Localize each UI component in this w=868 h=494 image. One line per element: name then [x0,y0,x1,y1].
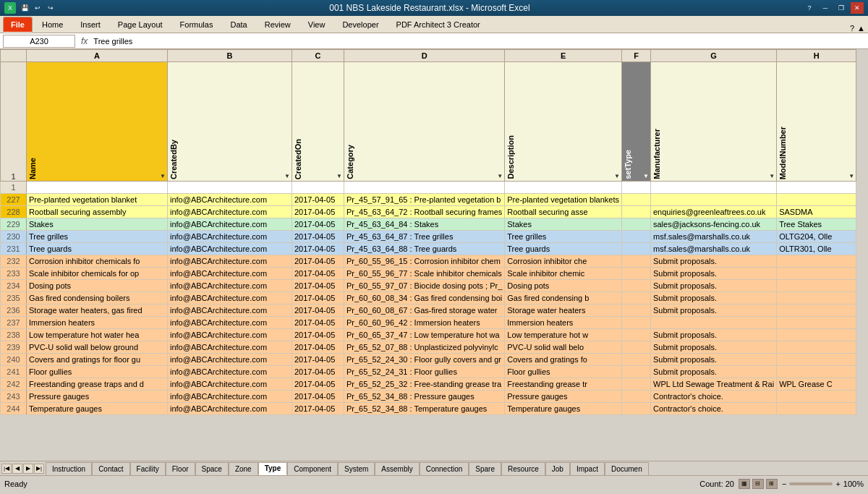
table-row[interactable]: 244Temperature gaugesinfo@ABCArchitectur… [1,403,856,415]
tab-file[interactable]: File [3,17,33,33]
cell-232-a[interactable]: Corrosion inhibitor chemicals fo [27,255,168,268]
cell-237-a[interactable]: Immersion heaters [27,317,168,329]
cell-242-c[interactable]: 2017-04-05 [292,378,344,391]
cell-229-c[interactable]: 2017-04-05 [292,218,344,231]
cell-235-d[interactable]: Pr_60_60_08_34 : Gas fired condensing bo… [344,292,505,305]
cell-239-h[interactable] [777,341,856,354]
cell-231-f[interactable] [622,243,651,255]
sheet-nav-prev[interactable]: ◀ [12,464,22,474]
cell-235-f[interactable] [622,292,651,305]
field-category-col[interactable]: Category ▼ [344,62,505,182]
cell-1-e[interactable] [505,182,622,194]
table-row[interactable]: 227Pre-planted vegetation blanketinfo@AB… [1,194,856,206]
col-header-c[interactable]: C [292,50,344,62]
cell-230-c[interactable]: 2017-04-05 [292,231,344,243]
formula-input[interactable] [90,37,865,46]
cell-227-c[interactable]: 2017-04-05 [292,194,344,206]
cell-242-f[interactable] [622,378,651,391]
table-row[interactable]: 239PVC-U solid wall below groundinfo@ABC… [1,341,856,354]
cell-233-f[interactable] [622,268,651,280]
cell-230-f[interactable] [622,231,651,243]
cell-237-d[interactable]: Pr_60_60_96_42 : Immersion heaters [344,317,505,329]
cell-234-b[interactable]: info@ABCArchitecture.com [168,280,292,292]
cell-236-b[interactable]: info@ABCArchitecture.com [168,305,292,317]
sheet-nav-first[interactable]: |◀ [1,464,12,474]
cell-235-e[interactable]: Gas fired condensing b [505,292,622,305]
cell-1-f[interactable] [622,182,651,194]
close-btn[interactable]: ✕ [851,2,864,14]
table-row[interactable]: 240Covers and gratings for floor guinfo@… [1,354,856,366]
field-modelnumber-col[interactable]: ModelNumber ▼ [777,62,856,182]
tab-developer[interactable]: Developer [334,17,386,33]
cell-241-d[interactable]: Pr_65_52_24_31 : Floor gullies [344,366,505,378]
cell-229-h[interactable]: Tree Stakes [777,218,856,231]
cell-235-c[interactable]: 2017-04-05 [292,292,344,305]
field-createdby-col[interactable]: CreatedBy ▼ [168,62,292,182]
table-row[interactable]: 232Corrosion inhibitor chemicals foinfo@… [1,255,856,268]
page-break-view-icon[interactable]: ⊞ [766,479,778,489]
cell-241-a[interactable]: Floor gullies [27,366,168,378]
tab-pdf[interactable]: PDF Architect 3 Creator [388,17,488,33]
sheet-tab-type[interactable]: Type [258,462,288,475]
sheet-tab-assembly[interactable]: Assembly [375,462,419,475]
cell-230-h[interactable]: OLTG204, Olle [777,231,856,243]
cell-233-g[interactable]: Submit proposals. [651,268,777,280]
cell-233-e[interactable]: Scale inhibitor chemic [505,268,622,280]
cell-244-h[interactable] [777,403,856,415]
sheet-tab-facility[interactable]: Facility [130,462,166,475]
cell-244-f[interactable] [622,403,651,415]
col-header-g[interactable]: G [651,50,777,62]
cell-241-c[interactable]: 2017-04-05 [292,366,344,378]
cell-229-e[interactable]: Stakes [505,218,622,231]
table-row[interactable]: 228Rootball securing assemblyinfo@ABCArc… [1,206,856,218]
table-row[interactable]: 1 [1,182,856,194]
restore-btn[interactable]: ❐ [835,2,848,14]
cell-230-g[interactable]: msf.sales@marshalls.co.uk [651,231,777,243]
cell-241-f[interactable] [622,366,651,378]
cell-1-h[interactable] [777,182,856,194]
cell-238-e[interactable]: Low temperature hot w [505,329,622,341]
cell-232-b[interactable]: info@ABCArchitecture.com [168,255,292,268]
cell-240-e[interactable]: Covers and gratings fo [505,354,622,366]
cell-240-c[interactable]: 2017-04-05 [292,354,344,366]
cell-236-d[interactable]: Pr_60_60_08_67 : Gas-fired storage water [344,305,505,317]
sheet-tab-spare[interactable]: Spare [469,462,501,475]
cell-234-d[interactable]: Pr_60_55_97_07 : Biocide dosing pots ; P… [344,280,505,292]
sheet-tab-system[interactable]: System [338,462,375,475]
cell-228-h[interactable]: SASDMA [777,206,856,218]
cell-239-b[interactable]: info@ABCArchitecture.com [168,341,292,354]
sheet-nav-next[interactable]: ▶ [23,464,33,474]
cell-235-a[interactable]: Gas fired condensing boilers [27,292,168,305]
cell-243-b[interactable]: info@ABCArchitecture.com [168,391,292,403]
name-box[interactable] [3,35,75,48]
sheet-tab-space[interactable]: Space [195,462,229,475]
zoom-level[interactable]: 100% [843,480,864,488]
cell-237-f[interactable] [622,317,651,329]
cell-242-a[interactable]: Freestanding grease traps and d [27,378,168,391]
ribbon-help-icon[interactable]: ? [850,24,854,33]
cell-238-b[interactable]: info@ABCArchitecture.com [168,329,292,341]
col-header-b[interactable]: B [168,50,292,62]
cell-233-a[interactable]: Scale inhibitor chemicals for op [27,268,168,280]
cell-229-d[interactable]: Pr_45_63_64_84 : Stakes [344,218,505,231]
cell-244-g[interactable]: Contractor's choice. [651,403,777,415]
cell-227-b[interactable]: info@ABCArchitecture.com [168,194,292,206]
cell-237-b[interactable]: info@ABCArchitecture.com [168,317,292,329]
cell-236-e[interactable]: Storage water heaters [505,305,622,317]
cell-228-e[interactable]: Rootball securing asse [505,206,622,218]
sheet-tab-contact[interactable]: Contact [92,462,129,475]
minimize-btn[interactable]: ─ [819,2,832,14]
zoom-slider[interactable] [789,482,833,485]
cell-242-g[interactable]: WPL Ltd Sewage Treatment & Rai [651,378,777,391]
cell-232-c[interactable]: 2017-04-05 [292,255,344,268]
cell-231-d[interactable]: Pr_45_63_64_88 : Tree guards [344,243,505,255]
cell-240-a[interactable]: Covers and gratings for floor gu [27,354,168,366]
sheet-tab-impact[interactable]: Impact [570,462,605,475]
table-row[interactable]: 238Low temperature hot water heainfo@ABC… [1,329,856,341]
cell-243-g[interactable]: Contractor's choice. [651,391,777,403]
cell-236-h[interactable] [777,305,856,317]
cell-229-a[interactable]: Stakes [27,218,168,231]
sheet-tab-job[interactable]: Job [545,462,570,475]
cell-238-g[interactable]: Submit proposals. [651,329,777,341]
cell-240-h[interactable] [777,354,856,366]
